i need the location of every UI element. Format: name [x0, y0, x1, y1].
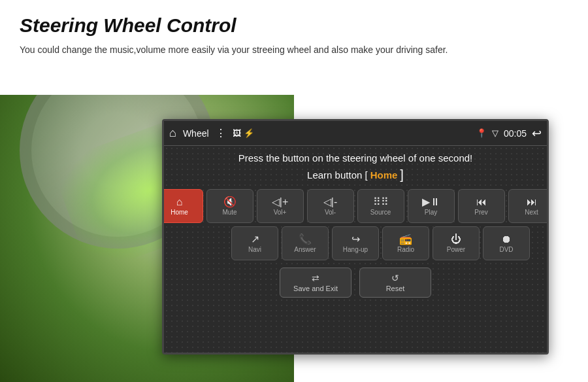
answer-btn-icon: 📞 — [299, 234, 312, 245]
back-icon[interactable]: ↩ — [532, 126, 542, 141]
btn-home[interactable]: ⌂ Home — [162, 189, 203, 223]
button-row-2: ↗ Navi 📞 Answer ↪ Hang-up 📻 Radio ⏻ Powe… — [231, 226, 530, 260]
radio-btn-icon: 📻 — [399, 234, 412, 245]
answer-btn-label: Answer — [294, 246, 316, 253]
home-btn-icon: ⌂ — [176, 197, 183, 207]
page-description: You could change the music,volume more e… — [20, 43, 510, 57]
power-btn-icon: ⏻ — [451, 234, 461, 245]
image-icon: 🖼 — [233, 128, 241, 138]
btn-prev[interactable]: ⏮ Prev — [458, 189, 505, 223]
topbar-time: 00:05 — [504, 128, 527, 139]
prev-btn-icon: ⏮ — [476, 197, 487, 207]
usb-icon: ⚡ — [244, 128, 254, 138]
btn-radio[interactable]: 📻 Radio — [382, 226, 429, 260]
play-btn-label: Play — [425, 209, 437, 216]
source-btn-icon: ⠿⠿ — [373, 197, 389, 207]
home-btn-label: Home — [171, 209, 188, 216]
btn-source[interactable]: ⠿⠿ Source — [357, 189, 404, 223]
vol-plus-btn-icon: ◁|+ — [272, 197, 289, 207]
vol-minus-btn-icon: ◁|- — [323, 197, 337, 207]
topbar-dots: ⋮ — [216, 127, 226, 139]
next-btn-icon: ⏭ — [527, 197, 537, 207]
prev-btn-label: Prev — [474, 209, 488, 216]
reset-icon: ↺ — [391, 273, 399, 283]
btn-vol-plus[interactable]: ◁|+ Vol+ — [257, 189, 304, 223]
page-title: Steering Wheel Control — [20, 14, 568, 37]
btn-navi[interactable]: ↗ Navi — [231, 226, 278, 260]
location-icon: 📍 — [476, 128, 487, 138]
navi-btn-icon: ↗ — [251, 234, 259, 245]
hangup-btn-label: Hang-up — [343, 246, 368, 253]
instruction-text: Press the button on the steering wheel o… — [238, 152, 473, 164]
navi-btn-label: Navi — [248, 246, 261, 253]
save-exit-button[interactable]: ⇄ Save and Exit — [280, 268, 351, 298]
topbar-media-icons: 🖼 ⚡ — [233, 128, 254, 138]
wifi-icon: ▽ — [492, 128, 498, 138]
device-screen: ⌂ Wheel ⋮ 🖼 ⚡ 📍 ▽ 00:05 ↩ Press the butt… — [162, 119, 549, 355]
screen-content: Press the button on the steering wheel o… — [164, 146, 547, 353]
text-section: Steering Wheel Control You could change … — [0, 0, 588, 63]
learn-bracket-close: ] — [400, 167, 404, 182]
btn-play[interactable]: ▶⏸ Play — [408, 189, 455, 223]
top-bar: ⌂ Wheel ⋮ 🖼 ⚡ 📍 ▽ 00:05 ↩ — [164, 121, 547, 146]
vol-plus-btn-label: Vol+ — [274, 209, 287, 216]
btn-answer[interactable]: 📞 Answer — [282, 226, 329, 260]
hangup-btn-icon: ↪ — [351, 234, 360, 245]
learn-value: Home — [370, 169, 398, 181]
reset-label: Reset — [386, 285, 405, 292]
mute-btn-icon: 🔇 — [223, 197, 237, 207]
action-row: ⇄ Save and Exit ↺ Reset — [280, 268, 431, 298]
button-row-1: ⌂ Home 🔇 Mute ◁|+ Vol+ ◁|- Vol- ⠿⠿ Sourc… — [162, 189, 549, 223]
btn-next[interactable]: ⏭ Next — [508, 189, 549, 223]
vol-minus-btn-label: Vol- — [325, 209, 336, 216]
home-icon: ⌂ — [169, 126, 176, 140]
topbar-right: 📍 ▽ 00:05 ↩ — [476, 126, 542, 141]
btn-hangup[interactable]: ↪ Hang-up — [332, 226, 379, 260]
source-btn-label: Source — [370, 209, 391, 216]
btn-mute[interactable]: 🔇 Mute — [206, 189, 253, 223]
next-btn-label: Next — [525, 209, 538, 216]
reset-button[interactable]: ↺ Reset — [359, 268, 431, 298]
save-exit-icon: ⇄ — [312, 273, 319, 283]
learn-label: Learn button [ — [307, 169, 368, 181]
btn-power[interactable]: ⏻ Power — [433, 226, 480, 260]
radio-btn-label: Radio — [397, 246, 414, 253]
btn-vol-minus[interactable]: ◁|- Vol- — [307, 189, 354, 223]
topbar-label: Wheel — [183, 128, 209, 139]
save-exit-label: Save and Exit — [293, 285, 338, 292]
btn-dvd[interactable]: ⏺ DVD — [483, 226, 530, 260]
learn-row: Learn button [ Home ] — [307, 167, 404, 182]
power-btn-label: Power — [447, 246, 465, 253]
play-btn-icon: ▶⏸ — [422, 197, 440, 207]
mute-btn-label: Mute — [222, 209, 237, 216]
dvd-btn-label: DVD — [499, 246, 513, 253]
dvd-btn-icon: ⏺ — [501, 234, 512, 245]
